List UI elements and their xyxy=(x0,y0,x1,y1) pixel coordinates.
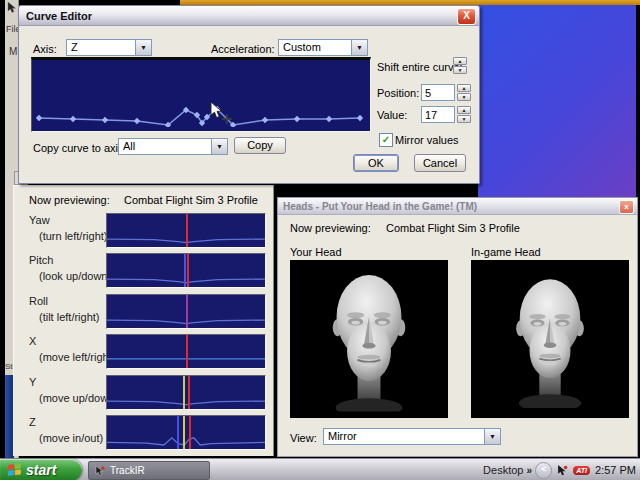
close-icon[interactable]: X xyxy=(457,8,476,25)
tracking-preview-panel: Now previewing: Combat Flight Sim 3 Prof… xyxy=(13,185,274,456)
copy-axis-label: Copy curve to axis: xyxy=(33,142,127,154)
desktop-screen: File M Sta Now previewing: Combat Flight… xyxy=(0,0,640,480)
app-cursor-icon xyxy=(7,2,18,13)
view-dropdown[interactable]: Mirror ▼ xyxy=(323,428,501,445)
toolbar-chevron-icon[interactable]: » xyxy=(526,465,532,476)
axis-preview-row-pitch: Pitch(look up/down) xyxy=(14,253,273,293)
move-cursor-icon xyxy=(210,102,236,128)
axis-name: X xyxy=(29,335,36,347)
taskbar-clock: 2:57 PM xyxy=(595,464,636,476)
curve-editor-title: Curve Editor xyxy=(19,10,92,22)
axis-response-strip xyxy=(106,294,266,329)
axis-dropdown[interactable]: Z ▼ xyxy=(66,39,152,56)
value-label: Value: xyxy=(377,109,407,121)
start-button-label: start xyxy=(26,462,56,478)
acceleration-dropdown-value: Custom xyxy=(279,40,351,55)
chevron-down-icon[interactable]: ▼ xyxy=(351,40,367,55)
view-dropdown-value: Mirror xyxy=(324,429,484,444)
ingame-head-image xyxy=(471,260,629,418)
taskbar-task-trackir[interactable]: TrackIR xyxy=(88,461,210,480)
curve-editor-dialog: Curve Editor X Axis: Z ▼ Acceleration: C… xyxy=(18,5,480,184)
copy-axis-dropdown[interactable]: All ▼ xyxy=(118,138,228,155)
axis-preview-row-roll: Roll(tilt left/right) xyxy=(14,294,273,334)
axis-preview-row-z: Z(move in/out) xyxy=(14,415,273,455)
position-stepper[interactable]: ▲▼ xyxy=(457,84,471,101)
mirror-values-checkbox[interactable]: ✓ xyxy=(379,133,393,147)
axis-response-strip xyxy=(106,213,266,248)
value-field[interactable] xyxy=(421,106,455,123)
cancel-button[interactable]: Cancel xyxy=(414,154,466,172)
chevron-down-icon[interactable]: ▼ xyxy=(484,429,500,444)
shift-curve-stepper[interactable]: ▲▼ xyxy=(453,57,467,74)
axis-description: (look up/down) xyxy=(39,270,111,282)
axis-response-strip xyxy=(106,253,266,288)
acceleration-label: Acceleration: xyxy=(211,43,275,55)
axis-preview-row-x: X(move left/right) xyxy=(14,334,273,374)
copy-button[interactable]: Copy xyxy=(234,137,286,154)
shift-curve-label: Shift entire curve: xyxy=(377,61,463,73)
curve-editor-titlebar[interactable]: Curve Editor xyxy=(19,6,479,26)
mirror-values-label: Mirror values xyxy=(395,134,459,146)
chevron-down-icon[interactable]: ▼ xyxy=(211,139,227,154)
axis-label: Axis: xyxy=(33,43,57,55)
axis-preview-row-y: Y(move up/down) xyxy=(14,375,273,415)
profile-name: Combat Flight Sim 3 Profile xyxy=(124,194,258,206)
axis-name: Roll xyxy=(29,295,48,307)
trackir-tray-icon[interactable] xyxy=(557,465,568,476)
axis-description: (turn left/right) xyxy=(39,230,107,242)
heads-window: Heads - Put Your Head in the Game! (TM) … xyxy=(277,197,638,457)
heads-profile-name: Combat Flight Sim 3 Profile xyxy=(386,222,520,234)
ingame-head-label: In-game Head xyxy=(471,246,541,258)
trackir-app-icon xyxy=(95,466,105,476)
taskbar: start TrackIR Desktop » < ATI 2:57 PM xyxy=(0,458,640,480)
axis-dropdown-value: Z xyxy=(67,40,135,55)
heads-window-title: Heads - Put Your Head in the Game! (TM) xyxy=(278,201,477,212)
axis-response-strip xyxy=(106,334,266,369)
heads-window-titlebar[interactable]: Heads - Put Your Head in the Game! (TM) xyxy=(278,198,637,215)
view-label: View: xyxy=(290,432,317,444)
ok-button[interactable]: OK xyxy=(353,154,399,172)
acceleration-dropdown[interactable]: Custom ▼ xyxy=(278,39,368,56)
value-stepper[interactable]: ▲▼ xyxy=(457,106,471,123)
background-letter-fragment: M xyxy=(9,46,17,57)
position-label: Position: xyxy=(377,87,419,99)
axis-description: (move left/right) xyxy=(39,351,115,363)
axis-response-strip xyxy=(106,415,266,450)
copy-axis-dropdown-value: All xyxy=(119,139,211,154)
axis-name: Y xyxy=(29,376,36,388)
curve-plot-area[interactable] xyxy=(31,57,371,132)
axis-description: (move in/out) xyxy=(39,432,103,444)
your-head-image xyxy=(290,260,448,418)
start-button[interactable]: start xyxy=(0,459,82,480)
desktop-wallpaper xyxy=(478,5,636,197)
position-field[interactable] xyxy=(421,84,455,101)
taskbar-task-label: TrackIR xyxy=(110,465,145,476)
axis-name: Yaw xyxy=(29,214,50,226)
axis-description: (tilt left/right) xyxy=(39,311,100,323)
axis-name: Pitch xyxy=(29,254,53,266)
axis-preview-row-yaw: Yaw(turn left/right) xyxy=(14,213,273,253)
hide-tray-icons-button[interactable]: < xyxy=(535,462,552,479)
now-previewing-label: Now previewing: xyxy=(29,194,110,206)
your-head-label: Your Head xyxy=(290,246,342,258)
ati-tray-icon[interactable]: ATI xyxy=(573,466,590,475)
chevron-down-icon[interactable]: ▼ xyxy=(135,40,151,55)
system-tray: < ATI 2:57 PM xyxy=(535,459,636,480)
axis-name: Z xyxy=(29,416,36,428)
desktop-toolbar[interactable]: Desktop » xyxy=(483,459,532,480)
heads-close-button[interactable]: x xyxy=(619,200,634,214)
heads-now-previewing-label: Now previewing: xyxy=(290,222,371,234)
windows-logo-icon xyxy=(7,463,22,478)
desktop-toolbar-label: Desktop xyxy=(483,464,523,476)
axis-response-strip xyxy=(106,375,266,410)
